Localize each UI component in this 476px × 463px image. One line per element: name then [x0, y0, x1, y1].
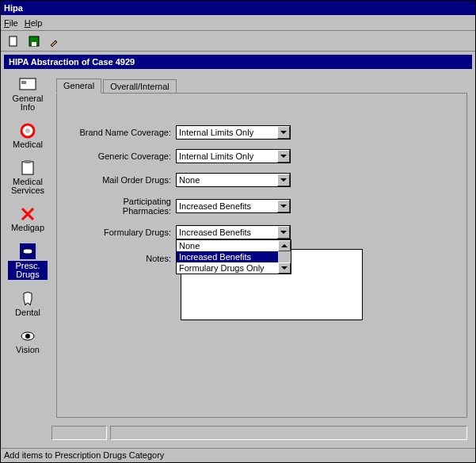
label-brand-coverage: Brand Name Coverage: — [73, 128, 176, 137]
dropdown-option[interactable]: Formulary Drugs Only — [177, 262, 291, 274]
sidebar-item-dental[interactable]: Dental — [8, 291, 48, 317]
combo-brand-coverage[interactable]: Internal Limits Only — [176, 125, 291, 140]
sidebar-item-label: Medigap — [11, 223, 44, 232]
svg-rect-9 — [23, 249, 32, 254]
scroll-up-icon[interactable] — [278, 240, 291, 251]
sidebar-item-medical[interactable]: Medical — [8, 123, 48, 149]
menubar: File Help — [1, 15, 475, 31]
label-notes: Notes: — [73, 254, 176, 263]
chevron-down-icon[interactable] — [277, 126, 290, 139]
row-generic-coverage: Generic Coverage: Internal Limits Only — [73, 149, 451, 163]
dropdown-option[interactable]: None — [177, 240, 291, 251]
label-mail-order: Mail Order Drugs: — [73, 175, 176, 185]
chevron-down-icon[interactable] — [277, 226, 290, 239]
status-text: Add items to Prescription Drugs Category — [4, 450, 164, 460]
svg-rect-7 — [22, 162, 33, 174]
tool-icon — [49, 36, 60, 47]
sidebar-item-medical-services[interactable]: Medical Services — [8, 160, 48, 195]
sidebar: General Info Medical Medical Services Me… — [4, 72, 51, 445]
sidebar-item-label: Medical Services — [11, 177, 44, 195]
menu-file[interactable]: File — [4, 18, 18, 28]
combo-formulary[interactable]: Increased Benefits None Increased Benefi… — [176, 225, 291, 239]
card-icon — [18, 77, 37, 93]
dropdown-formulary: None Increased Benefits Formulary Drugs … — [176, 239, 291, 274]
svg-point-6 — [25, 128, 30, 133]
document-icon — [8, 36, 19, 47]
combo-value: Internal Limits Only — [177, 151, 277, 161]
dropdown-option[interactable]: Increased Benefits — [177, 251, 291, 262]
sidebar-item-general-info[interactable]: General Info — [8, 77, 48, 112]
clipboard-icon — [20, 160, 36, 176]
sidebar-item-label: Vision — [16, 345, 40, 354]
sidebar-item-label: Dental — [15, 308, 40, 317]
body-area: General Info Medical Medical Services Me… — [4, 72, 472, 445]
scroll-down-icon[interactable] — [278, 262, 291, 274]
x-icon — [20, 206, 36, 222]
window-titlebar: Hipa — [1, 1, 475, 15]
combo-value: None — [177, 175, 277, 185]
label-participating: Participating Pharmacies: — [73, 197, 176, 216]
svg-point-11 — [25, 334, 30, 339]
toolbar — [1, 31, 475, 52]
app-window: Hipa File Help HIPA Abstraction of Case … — [0, 0, 476, 463]
combo-generic-coverage[interactable]: Internal Limits Only — [176, 149, 291, 163]
save-icon — [29, 36, 40, 47]
row-mail-order: Mail Order Drugs: None — [73, 173, 451, 187]
label-formulary: Formulary Drugs: — [73, 228, 176, 237]
row-formulary: Formulary Drugs: Increased Benefits None… — [73, 225, 451, 239]
svg-rect-8 — [25, 160, 31, 163]
sidebar-item-label: Presc. Drugs — [8, 261, 48, 280]
lifesaver-icon — [20, 123, 36, 139]
status-cell-1 — [51, 426, 107, 440]
menu-help[interactable]: Help — [25, 18, 43, 28]
svg-rect-2 — [32, 42, 36, 46]
inner-title: HIPA Abstraction of Case 4929 — [9, 57, 135, 67]
sidebar-item-label: Medical — [13, 140, 43, 149]
eye-icon — [20, 328, 36, 344]
tab-overall-internal[interactable]: Overall/Internal — [103, 79, 177, 93]
statusbar: Add items to Prescription Drugs Category — [1, 448, 475, 462]
svg-rect-4 — [21, 81, 26, 84]
combo-value: Internal Limits Only — [177, 128, 277, 137]
inner-titlebar: HIPA Abstraction of Case 4929 — [4, 55, 472, 69]
main-panel: General Overall/Internal Brand Name Cove… — [51, 72, 472, 445]
chevron-down-icon[interactable] — [277, 174, 290, 186]
window-title: Hipa — [4, 3, 23, 13]
combo-value: Increased Benefits — [177, 201, 277, 211]
chevron-down-icon[interactable] — [277, 200, 290, 212]
toolbar-button-3[interactable] — [47, 33, 63, 49]
combo-value: Increased Benefits — [177, 228, 277, 237]
tabstrip: General Overall/Internal — [56, 77, 467, 93]
row-brand-coverage: Brand Name Coverage: Internal Limits Onl… — [73, 125, 451, 140]
sidebar-item-medigap[interactable]: Medigap — [8, 206, 48, 232]
dropdown-scrollbar[interactable] — [278, 240, 291, 274]
combo-participating[interactable]: Increased Benefits — [176, 199, 291, 213]
row-participating: Participating Pharmacies: Increased Bene… — [73, 197, 451, 216]
tooth-icon — [20, 291, 36, 307]
combo-mail-order[interactable]: None — [176, 173, 291, 187]
sidebar-item-label: General Info — [12, 94, 43, 112]
label-generic-coverage: Generic Coverage: — [73, 151, 176, 161]
svg-rect-0 — [10, 36, 17, 46]
toolbar-button-2[interactable] — [26, 33, 42, 49]
tab-panel-general: Brand Name Coverage: Internal Limits Onl… — [56, 93, 467, 418]
pill-icon — [20, 243, 36, 259]
toolbar-button-1[interactable] — [6, 33, 21, 49]
tab-general[interactable]: General — [56, 78, 101, 94]
sidebar-item-presc-drugs[interactable]: Presc. Drugs — [8, 243, 48, 280]
status-cell-2 — [110, 426, 467, 440]
inset-statusbar — [51, 426, 467, 440]
sidebar-item-vision[interactable]: Vision — [8, 328, 48, 354]
chevron-down-icon[interactable] — [277, 150, 290, 163]
